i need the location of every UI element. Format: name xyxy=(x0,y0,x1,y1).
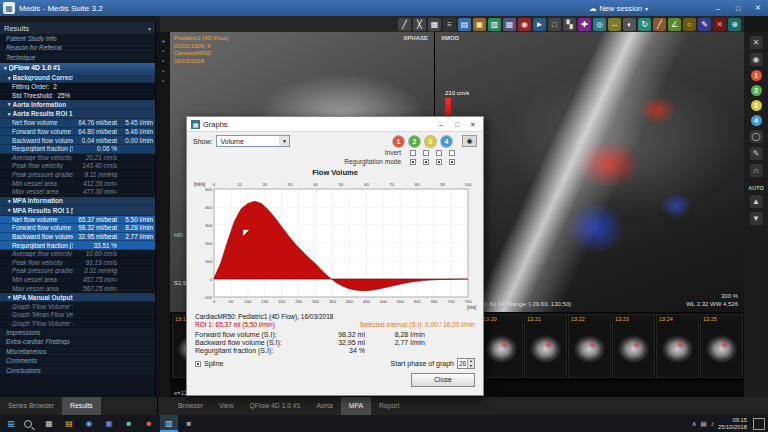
snapshot-button[interactable]: ◉ xyxy=(462,135,477,147)
show-select[interactable]: Volume ▼ xyxy=(216,135,290,147)
dialog-button-dialog-close[interactable]: ✕ xyxy=(465,118,481,131)
taskbar-app-task-view[interactable]: ▦ xyxy=(40,415,58,432)
graphs-dialog-titlebar[interactable]: ▦ Graphs –□✕ xyxy=(187,117,483,132)
spline-checkbox[interactable] xyxy=(195,361,201,367)
start-button[interactable]: ⊞ xyxy=(0,415,22,432)
titlebar[interactable]: ▦ Medis - Medis Suite 3.2 ☁ New session … xyxy=(0,0,768,16)
roi-chip-roi-1[interactable]: 1 xyxy=(393,136,404,147)
tree-row[interactable]: Technique xyxy=(0,53,155,63)
toolbar-icon-print[interactable]: ▦ xyxy=(503,18,516,31)
tray-icon-tray-expand[interactable]: ∧ xyxy=(692,420,697,428)
roi-chip-roi-1[interactable]: 1 xyxy=(751,70,762,81)
toolbar-icon-rotate-tool[interactable]: ↻ xyxy=(638,18,651,31)
invert-checkbox[interactable] xyxy=(449,150,455,156)
tree-row[interactable]: MPA Information xyxy=(0,197,155,207)
toolbar-icon-series-browser[interactable]: ▤ xyxy=(458,18,471,31)
viewport-tool-delete[interactable]: ✕ xyxy=(750,36,763,49)
toolbar-icon-sync-phases[interactable]: ⊕ xyxy=(728,18,741,31)
tree-row[interactable]: MPA Results ROI 1 [ROI 1] slice 1 xyxy=(0,206,155,216)
toolbar-icon-line-profile[interactable]: ╱ xyxy=(398,18,411,31)
edge-icon-tool-dot-1[interactable]: ▪ xyxy=(162,48,164,54)
tree-row[interactable]: Peak pressure gradient 8.11 mmHg xyxy=(0,171,155,180)
filmstrip-thumb[interactable]: 13:21 xyxy=(524,314,567,378)
tree-row[interactable]: Max vessel area 567.25 mm² xyxy=(0,284,155,293)
toolbar-icon-ruler-tool[interactable]: ╱ xyxy=(653,18,666,31)
tree-row[interactable]: Impressions xyxy=(0,328,155,338)
viewport-tool-pencil[interactable]: ✎ xyxy=(750,147,763,160)
invert-checkbox[interactable] xyxy=(436,150,442,156)
toolbar-icon-delete-roi[interactable]: ✕ xyxy=(713,18,726,31)
panel-pin-icon[interactable]: ▾ xyxy=(148,25,151,32)
toolbar-icon-layout-2x2[interactable]: ▚ xyxy=(563,18,576,31)
toolbar-icon-pan-tool[interactable]: ↔ xyxy=(608,18,621,31)
invert-checkbox[interactable] xyxy=(410,150,416,156)
viewport-tool-contour[interactable]: ◯ xyxy=(750,130,763,143)
tree-row[interactable]: Graph 'Flow Volume' of S1901 xyxy=(0,320,155,329)
start-phase-stepper[interactable]: 26 ▲▼ xyxy=(457,358,475,369)
filmstrip-thumb[interactable]: 13:24 xyxy=(656,314,699,378)
roi-chip-roi-4[interactable]: 4 xyxy=(751,115,762,126)
tree-row[interactable]: Max vessel area 477.30 mm² xyxy=(0,188,155,197)
toolbar-icon-layout-1x1[interactable]: □ xyxy=(548,18,561,31)
roi-chip-roi-3[interactable]: 3 xyxy=(425,136,436,147)
tree-row[interactable]: Graph 'Mean Flow Velocity' of S1901 xyxy=(0,311,155,320)
invert-checkbox[interactable] xyxy=(423,150,429,156)
tree-row[interactable]: Reason for Referral xyxy=(0,44,155,54)
tree-row[interactable]: Conclusions xyxy=(0,366,155,376)
roi-chip-roi-2[interactable]: 2 xyxy=(409,136,420,147)
toolbar-icon-roi-draw-tool[interactable]: ✎ xyxy=(698,18,711,31)
taskbar-app-mail[interactable]: ▣ xyxy=(100,415,118,432)
tree-row[interactable]: Regurgitant fraction (S.I) 0.06 % xyxy=(0,145,155,154)
tree-row[interactable]: Peak flow velocity 91.19 cm/s xyxy=(0,259,155,268)
tree-row[interactable]: Aorta Results ROI 1 [ROI 1] slice 1 xyxy=(0,110,155,120)
filmstrip-thumb[interactable]: 13:23 xyxy=(612,314,655,378)
session-selector[interactable]: ☁ New session ▾ xyxy=(589,4,648,13)
toolbar-icon-cross-section[interactable]: ╳ xyxy=(413,18,426,31)
tree-row[interactable]: Fitting Order: 2 xyxy=(0,83,155,92)
window-button-close[interactable]: ✕ xyxy=(748,0,768,16)
tree-row[interactable]: Peak pressure gradient 3.31 mmHg xyxy=(0,267,155,276)
toolbar-icon-movie[interactable]: ► xyxy=(533,18,546,31)
regurgitation-checkbox[interactable] xyxy=(423,159,429,165)
viewport-tool-snapshot[interactable]: ◉ xyxy=(750,53,763,66)
tree-row[interactable]: Backward flow volume (S.I) 32.95 ml/beat… xyxy=(0,233,155,242)
tree-row[interactable]: Aorta Information xyxy=(0,100,155,110)
window-button-maximize[interactable]: □ xyxy=(728,0,748,16)
taskbar-app-browser[interactable]: ◉ xyxy=(80,415,98,432)
filmstrip-thumb[interactable]: 13:25 xyxy=(700,314,743,378)
toolbar-icon-menu[interactable]: ≡ xyxy=(443,18,456,31)
tray-icon-tray-display[interactable]: ▤ xyxy=(701,420,707,428)
tree-row[interactable]: Comments xyxy=(0,357,155,367)
tree-row[interactable]: Net flow volume 64.76 ml/beat 5.45 l/min xyxy=(0,119,155,128)
tree-row[interactable]: Min vessel area 412.36 mm² xyxy=(0,179,155,188)
toolbar-icon-zoom-tool[interactable]: ◎ xyxy=(593,18,606,31)
tab-browser[interactable]: Browser xyxy=(170,397,211,415)
tree-row[interactable]: QFlow 4D 1.0 #1 xyxy=(0,63,155,74)
tree-row[interactable]: Forward flow volume (S.I) 64.80 ml/beat … xyxy=(0,128,155,137)
taskbar-app-app-teal[interactable]: ■ xyxy=(120,415,138,432)
tray-icon-tray-volume[interactable]: ♪ xyxy=(711,420,714,428)
flow-volume-chart[interactable]: 0501001502002503003504004505005506006507… xyxy=(192,177,478,313)
tree-row[interactable]: MPA Manual Output xyxy=(0,293,155,303)
filmstrip-thumb[interactable]: 13:22 xyxy=(568,314,611,378)
dialog-button-dialog-minimize[interactable]: – xyxy=(433,118,449,131)
toolbar-icon-snapshot[interactable]: ◉ xyxy=(518,18,531,31)
tree-row[interactable]: Forward flow volume (S.I) 98.32 ml/beat … xyxy=(0,224,155,233)
tree-row[interactable]: Patient Study Info xyxy=(0,34,155,44)
tree-row[interactable]: Average flow velocity 20.21 cm/s xyxy=(0,154,155,163)
tree-row[interactable]: Background Correction xyxy=(0,74,155,84)
regurgitation-checkbox[interactable] xyxy=(436,159,442,165)
taskbar-clock[interactable]: 09:15 25/10/2018 xyxy=(718,417,747,430)
window-button-minimize[interactable]: – xyxy=(708,0,728,16)
taskbar-app-medis-suite[interactable]: ▥ xyxy=(160,415,178,432)
edge-icon-tool-dot-4[interactable]: ▪ xyxy=(162,78,164,84)
roi-chip-roi-4[interactable]: 4 xyxy=(441,136,452,147)
tree-row[interactable]: Extra-cardiac Findings xyxy=(0,338,155,348)
tab-series-browser[interactable]: Series Browser xyxy=(0,397,62,415)
toolbar-icon-window-level-tool[interactable]: ◐ xyxy=(623,18,636,31)
tree-row[interactable]: Graph 'Flow Volume' of S1901 xyxy=(0,302,155,311)
toolbar-icon-grid-layout[interactable]: ▦ xyxy=(428,18,441,31)
edge-icon-collapse-panel[interactable]: ◂ xyxy=(161,38,164,44)
tab-view[interactable]: View xyxy=(211,397,242,415)
spin-down-icon[interactable]: ▼ xyxy=(468,364,474,369)
